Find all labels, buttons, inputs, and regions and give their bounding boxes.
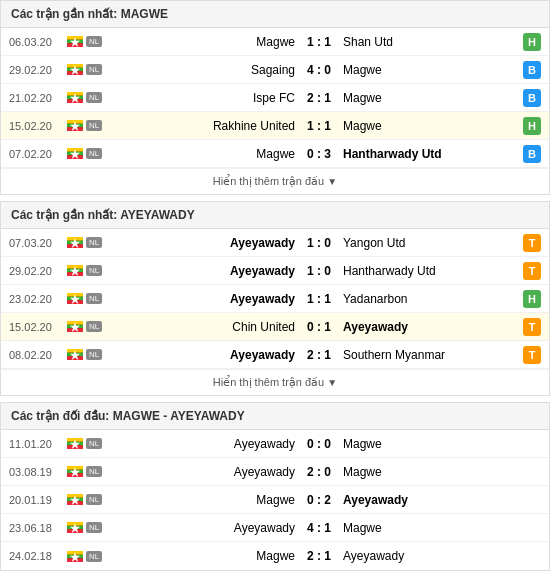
away-team: Ayeyawady bbox=[337, 549, 519, 563]
away-team: Yadanarbon bbox=[337, 292, 519, 306]
league-badge: NL bbox=[86, 438, 102, 449]
country-flag bbox=[67, 237, 83, 248]
match-score: 4 : 1 bbox=[301, 521, 337, 535]
match-row: 20.01.19NLMagwe0 : 2Ayeyawady bbox=[1, 486, 549, 514]
match-row: 11.01.20NLAyeyawady0 : 0Magwe bbox=[1, 430, 549, 458]
match-score: 0 : 2 bbox=[301, 493, 337, 507]
home-team: Sagaing bbox=[119, 63, 301, 77]
match-score: 4 : 0 bbox=[301, 63, 337, 77]
match-score: 2 : 1 bbox=[301, 549, 337, 563]
away-team: Yangon Utd bbox=[337, 236, 519, 250]
away-team: Magwe bbox=[337, 437, 519, 451]
league-wrap: NL bbox=[67, 349, 119, 360]
match-row: 07.03.20NLAyeyawady1 : 0Yangon UtdT bbox=[1, 229, 549, 257]
home-team: Ayeyawady bbox=[119, 292, 301, 306]
result-badge: T bbox=[523, 234, 541, 252]
league-badge: NL bbox=[86, 265, 102, 276]
match-score: 2 : 1 bbox=[301, 348, 337, 362]
away-team: Hantharwady Utd bbox=[337, 147, 519, 161]
home-team: Magwe bbox=[119, 493, 301, 507]
match-date: 24.02.18 bbox=[9, 550, 67, 562]
home-team: Ayeyawady bbox=[119, 348, 301, 362]
show-more-link[interactable]: Hiển thị thêm trận đấu ▼ bbox=[1, 168, 549, 194]
show-more-anchor[interactable]: Hiển thị thêm trận đấu ▼ bbox=[213, 376, 337, 388]
league-wrap: NL bbox=[67, 120, 119, 131]
home-team: Ayeyawady bbox=[119, 465, 301, 479]
match-date: 06.03.20 bbox=[9, 36, 67, 48]
league-badge: NL bbox=[86, 293, 102, 304]
league-wrap: NL bbox=[67, 522, 119, 533]
country-flag bbox=[67, 522, 83, 533]
match-date: 15.02.20 bbox=[9, 321, 67, 333]
result-badge: H bbox=[523, 290, 541, 308]
league-wrap: NL bbox=[67, 148, 119, 159]
away-team: Magwe bbox=[337, 521, 519, 535]
match-score: 0 : 3 bbox=[301, 147, 337, 161]
result-badge: B bbox=[523, 61, 541, 79]
match-row: 21.02.20NLIspe FC2 : 1MagweB bbox=[1, 84, 549, 112]
country-flag bbox=[67, 349, 83, 360]
league-badge: NL bbox=[86, 321, 102, 332]
league-badge: NL bbox=[86, 36, 102, 47]
section-h2h: Các trận đối đầu: MAGWE - AYEYAWADY11.01… bbox=[0, 402, 550, 571]
country-flag bbox=[67, 148, 83, 159]
league-badge: NL bbox=[86, 522, 102, 533]
match-row: 29.02.20NLAyeyawady1 : 0Hantharwady UtdT bbox=[1, 257, 549, 285]
league-wrap: NL bbox=[67, 237, 119, 248]
country-flag bbox=[67, 120, 83, 131]
country-flag bbox=[67, 466, 83, 477]
home-team: Magwe bbox=[119, 35, 301, 49]
country-flag bbox=[67, 551, 83, 562]
home-team: Ayeyawady bbox=[119, 264, 301, 278]
country-flag bbox=[67, 438, 83, 449]
home-team: Rakhine United bbox=[119, 119, 301, 133]
match-date: 15.02.20 bbox=[9, 120, 67, 132]
away-team: Magwe bbox=[337, 119, 519, 133]
section-header: Các trận gần nhất: MAGWE bbox=[1, 1, 549, 28]
country-flag bbox=[67, 92, 83, 103]
show-more-link[interactable]: Hiển thị thêm trận đấu ▼ bbox=[1, 369, 549, 395]
league-wrap: NL bbox=[67, 92, 119, 103]
league-badge: NL bbox=[86, 120, 102, 131]
match-score: 1 : 1 bbox=[301, 292, 337, 306]
match-score: 0 : 1 bbox=[301, 320, 337, 334]
match-date: 23.06.18 bbox=[9, 522, 67, 534]
section-magwe: Các trận gần nhất: MAGWE06.03.20NLMagwe1… bbox=[0, 0, 550, 195]
match-row: 15.02.20NLChin United0 : 1AyeyawadyT bbox=[1, 313, 549, 341]
league-wrap: NL bbox=[67, 64, 119, 75]
match-score: 1 : 0 bbox=[301, 264, 337, 278]
away-team: Ayeyawady bbox=[337, 493, 519, 507]
home-team: Chin United bbox=[119, 320, 301, 334]
section-header: Các trận đối đầu: MAGWE - AYEYAWADY bbox=[1, 403, 549, 430]
league-wrap: NL bbox=[67, 321, 119, 332]
away-team: Shan Utd bbox=[337, 35, 519, 49]
show-more-anchor[interactable]: Hiển thị thêm trận đấu ▼ bbox=[213, 175, 337, 187]
match-date: 11.01.20 bbox=[9, 438, 67, 450]
chevron-down-icon: ▼ bbox=[327, 377, 337, 388]
league-badge: NL bbox=[86, 466, 102, 477]
away-team: Magwe bbox=[337, 91, 519, 105]
match-row: 07.02.20NLMagwe0 : 3Hantharwady UtdB bbox=[1, 140, 549, 168]
result-badge: T bbox=[523, 318, 541, 336]
match-date: 20.01.19 bbox=[9, 494, 67, 506]
league-wrap: NL bbox=[67, 293, 119, 304]
match-score: 1 : 1 bbox=[301, 119, 337, 133]
match-date: 07.02.20 bbox=[9, 148, 67, 160]
result-badge: T bbox=[523, 262, 541, 280]
home-team: Ispe FC bbox=[119, 91, 301, 105]
country-flag bbox=[67, 265, 83, 276]
match-date: 23.02.20 bbox=[9, 293, 67, 305]
league-wrap: NL bbox=[67, 438, 119, 449]
match-row: 29.02.20NLSagaing4 : 0MagweB bbox=[1, 56, 549, 84]
home-team: Ayeyawady bbox=[119, 236, 301, 250]
result-badge: H bbox=[523, 33, 541, 51]
country-flag bbox=[67, 494, 83, 505]
league-wrap: NL bbox=[67, 36, 119, 47]
chevron-down-icon: ▼ bbox=[327, 176, 337, 187]
match-score: 0 : 0 bbox=[301, 437, 337, 451]
match-date: 21.02.20 bbox=[9, 92, 67, 104]
league-wrap: NL bbox=[67, 466, 119, 477]
match-date: 03.08.19 bbox=[9, 466, 67, 478]
match-score: 2 : 0 bbox=[301, 465, 337, 479]
country-flag bbox=[67, 36, 83, 47]
